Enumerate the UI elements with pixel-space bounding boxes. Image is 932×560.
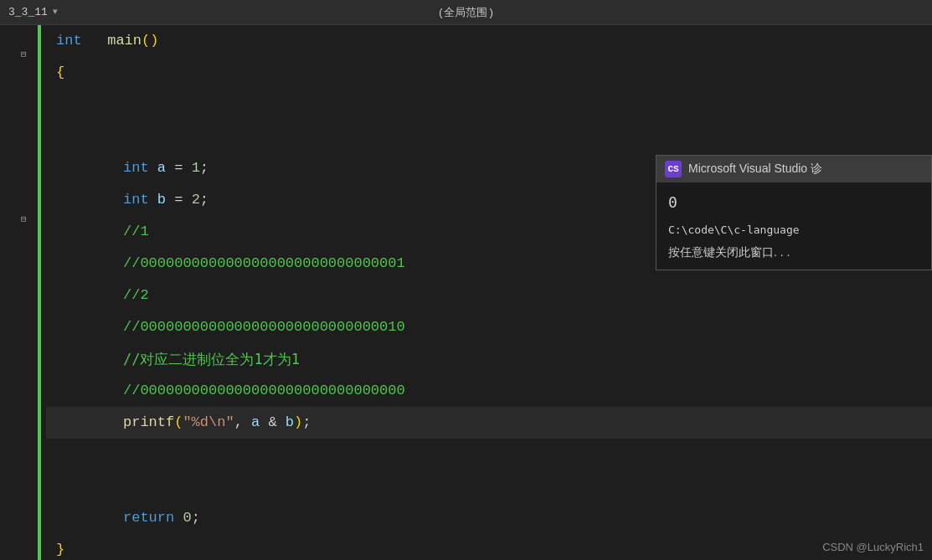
watermark: CSDN @LuckyRich1 bbox=[822, 541, 924, 553]
green-indicator-line bbox=[38, 25, 41, 560]
output-title-bar: CS Microsoft Visual Studio 诊 bbox=[657, 156, 931, 182]
fold-icon-block[interactable]: ⊟ bbox=[21, 213, 27, 224]
scope-label: (全局范围) bbox=[438, 5, 495, 20]
code-line-empty2 bbox=[46, 470, 932, 502]
code-line-comment5: //对应二进制位全为1才为1 bbox=[46, 343, 932, 375]
output-path: C:\code\C\c-language bbox=[668, 222, 919, 239]
code-line-2: { bbox=[46, 57, 932, 89]
output-title-text: Microsoft Visual Studio 诊 bbox=[688, 162, 822, 177]
code-line-printf: printf("%d\n", a & b); bbox=[46, 407, 932, 439]
code-line-return: return 0; bbox=[46, 502, 932, 534]
fold-icon-main[interactable]: ⊟ bbox=[21, 49, 27, 59]
code-area[interactable]: int main() { int a = 1; int b = 2; //1 /… bbox=[46, 25, 932, 560]
code-line-3 bbox=[46, 89, 932, 121]
gutter: ⊟ ⊟ bbox=[0, 25, 46, 560]
vs-icon: CS bbox=[665, 161, 682, 177]
code-line-comment4: //0000000000000000000000000000010 bbox=[46, 311, 932, 343]
code-line-comment6: //0000000000000000000000000000000 bbox=[46, 375, 932, 407]
keyword-int-main: int bbox=[56, 25, 82, 57]
output-window: CS Microsoft Visual Studio 诊 0 C:\code\C… bbox=[656, 155, 932, 270]
code-line-close-brace: } bbox=[46, 534, 932, 560]
editor-container: ⊟ ⊟ int main() { int a = 1; int b = 2; /… bbox=[0, 25, 932, 560]
dropdown-arrow-icon: ▼ bbox=[53, 8, 58, 17]
code-line-4 bbox=[46, 121, 932, 152]
filename-label: 3_3_11 bbox=[8, 6, 48, 18]
top-bar: 3_3_11 ▼ (全局范围) bbox=[0, 0, 932, 25]
function-main: main bbox=[107, 25, 142, 57]
code-line-empty1 bbox=[46, 439, 932, 470]
output-content: 0 C:\code\C\c-language 按任意键关闭此窗口. . . bbox=[657, 182, 931, 270]
code-line-1: int main() bbox=[46, 25, 932, 57]
output-zero: 0 bbox=[668, 191, 919, 215]
output-press-key: 按任意键关闭此窗口. . . bbox=[668, 243, 919, 261]
code-line-comment3: //2 bbox=[46, 280, 932, 311]
